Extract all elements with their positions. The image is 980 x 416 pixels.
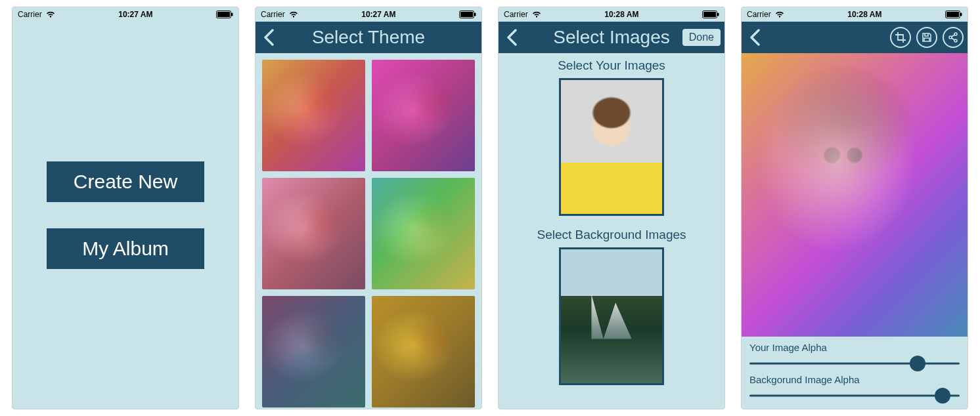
status-time: 10:28 AM bbox=[604, 10, 638, 19]
theme-cell[interactable] bbox=[262, 178, 365, 289]
status-bar: Carrier 10:28 AM bbox=[742, 7, 968, 22]
background-images-label: Select Background Images bbox=[537, 228, 686, 242]
wifi-icon bbox=[532, 11, 541, 18]
svg-rect-2 bbox=[231, 13, 233, 16]
theme-cell[interactable] bbox=[372, 296, 475, 407]
slider-thumb[interactable] bbox=[910, 356, 925, 371]
back-button[interactable] bbox=[742, 22, 768, 53]
your-image-alpha-label: Your Image Alpha bbox=[749, 342, 960, 353]
battery-icon bbox=[702, 10, 719, 18]
save-button[interactable] bbox=[916, 27, 937, 48]
navbar: Select Images Done bbox=[499, 22, 724, 53]
carrier-label: Carrier bbox=[747, 10, 771, 19]
svg-rect-4 bbox=[460, 12, 473, 17]
theme-cell[interactable] bbox=[262, 60, 365, 171]
wifi-icon bbox=[46, 11, 55, 18]
crop-button[interactable] bbox=[890, 27, 911, 48]
status-time: 10:27 AM bbox=[361, 10, 395, 19]
svg-point-12 bbox=[954, 33, 957, 35]
navbar: Select Theme bbox=[256, 22, 481, 53]
select-images-body: Select Your Images Select Background Ima… bbox=[499, 53, 724, 409]
canvas-foreground-layer bbox=[742, 53, 968, 337]
phone-screen-theme: Carrier 10:27 AM Select Theme bbox=[255, 7, 482, 409]
your-image-thumb[interactable] bbox=[559, 78, 664, 216]
wifi-icon bbox=[289, 11, 298, 18]
wifi-icon bbox=[775, 11, 784, 18]
status-bar: Carrier 10:28 AM bbox=[499, 7, 724, 22]
status-bar: Carrier 10:27 AM bbox=[12, 7, 238, 22]
share-button[interactable] bbox=[943, 27, 964, 48]
phone-screen-home: Carrier 10:27 AM Create New My Album bbox=[12, 7, 239, 409]
status-time: 10:28 AM bbox=[847, 10, 881, 19]
svg-point-13 bbox=[949, 36, 952, 39]
phone-screen-select-images: Carrier 10:28 AM Select Images Done Sele… bbox=[498, 7, 725, 409]
status-bar: Carrier 10:27 AM bbox=[256, 7, 481, 22]
your-images-label: Select Your Images bbox=[558, 58, 665, 73]
background-image-alpha-label: Backgorund Image Alpha bbox=[749, 374, 960, 385]
carrier-label: Carrier bbox=[18, 10, 42, 19]
create-new-button[interactable]: Create New bbox=[47, 161, 204, 202]
navbar-title: Select Theme bbox=[256, 27, 481, 48]
svg-rect-1 bbox=[217, 12, 230, 17]
svg-rect-10 bbox=[947, 12, 959, 17]
svg-rect-5 bbox=[474, 13, 476, 16]
home-body: Create New My Album bbox=[12, 22, 238, 409]
my-album-button[interactable]: My Album bbox=[47, 228, 204, 269]
slider-panel: Your Image Alpha Backgorund Image Alpha bbox=[742, 337, 968, 409]
done-button[interactable]: Done bbox=[682, 29, 721, 46]
theme-cell[interactable] bbox=[262, 296, 365, 407]
battery-icon bbox=[459, 10, 476, 18]
status-time: 10:27 AM bbox=[118, 10, 152, 19]
svg-point-14 bbox=[954, 39, 957, 42]
carrier-label: Carrier bbox=[504, 10, 528, 19]
theme-cell[interactable] bbox=[372, 178, 475, 289]
background-image-thumb[interactable] bbox=[559, 247, 664, 385]
battery-icon bbox=[216, 10, 233, 18]
background-image-alpha-slider[interactable] bbox=[749, 389, 960, 402]
svg-rect-8 bbox=[717, 13, 719, 16]
back-button[interactable] bbox=[256, 22, 282, 53]
back-button[interactable] bbox=[499, 22, 525, 53]
svg-rect-7 bbox=[703, 12, 716, 17]
theme-cell[interactable] bbox=[372, 60, 475, 171]
your-image-alpha-slider[interactable] bbox=[749, 357, 960, 370]
editor-canvas[interactable] bbox=[742, 53, 968, 337]
carrier-label: Carrier bbox=[261, 10, 285, 19]
theme-grid bbox=[256, 53, 481, 409]
svg-rect-11 bbox=[960, 13, 962, 16]
navbar bbox=[742, 22, 968, 53]
slider-thumb[interactable] bbox=[935, 388, 950, 404]
battery-icon bbox=[945, 10, 962, 18]
phone-screen-editor: Carrier 10:28 AM bbox=[741, 7, 968, 409]
